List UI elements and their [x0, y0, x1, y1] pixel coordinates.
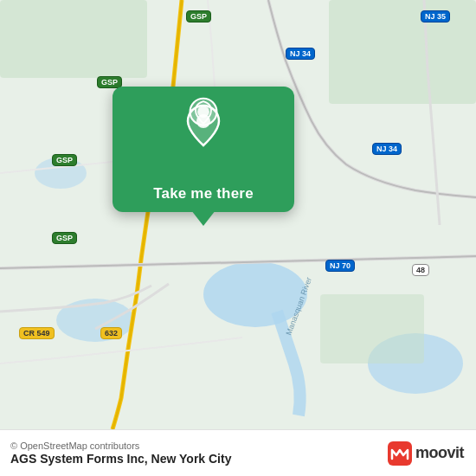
badge-gsp-low: GSP — [52, 232, 77, 244]
badge-nj35-top: NJ 35 — [421, 10, 450, 23]
footer-bar: © OpenStreetMap contributors AGS System … — [0, 429, 476, 476]
svg-rect-5 — [0, 0, 147, 78]
badge-cr549: CR 549 — [19, 327, 55, 339]
badge-gsp-left: GSP — [52, 154, 77, 166]
take-me-there-button[interactable]: Take me there — [113, 87, 294, 212]
badge-nj34-mid: NJ 34 — [372, 143, 402, 155]
badge-nj48: 48 — [412, 264, 429, 276]
svg-rect-7 — [320, 294, 424, 363]
badge-nj70: NJ 70 — [325, 260, 355, 272]
map-container: Manasquan River GSP GSP GSP GSP NJ 34 NJ… — [0, 0, 476, 429]
map-attribution: © OpenStreetMap contributors — [10, 441, 231, 451]
badge-r632: 632 — [100, 327, 122, 339]
badge-gsp-top: GSP — [186, 10, 211, 23]
badge-nj34-top: NJ 34 — [286, 48, 315, 60]
take-me-there-label: Take me there — [153, 185, 254, 203]
footer-left: © OpenStreetMap contributors AGS System … — [10, 441, 231, 466]
moovit-text-label: moovit — [415, 444, 464, 462]
location-title: AGS System Forms Inc, New York City — [10, 452, 231, 466]
pin-icon-overlay — [184, 102, 222, 147]
svg-point-11 — [196, 114, 210, 128]
moovit-logo-icon — [388, 441, 412, 466]
map-svg: Manasquan River — [0, 0, 476, 429]
svg-rect-6 — [329, 0, 476, 104]
moovit-logo[interactable]: moovit — [388, 441, 464, 466]
